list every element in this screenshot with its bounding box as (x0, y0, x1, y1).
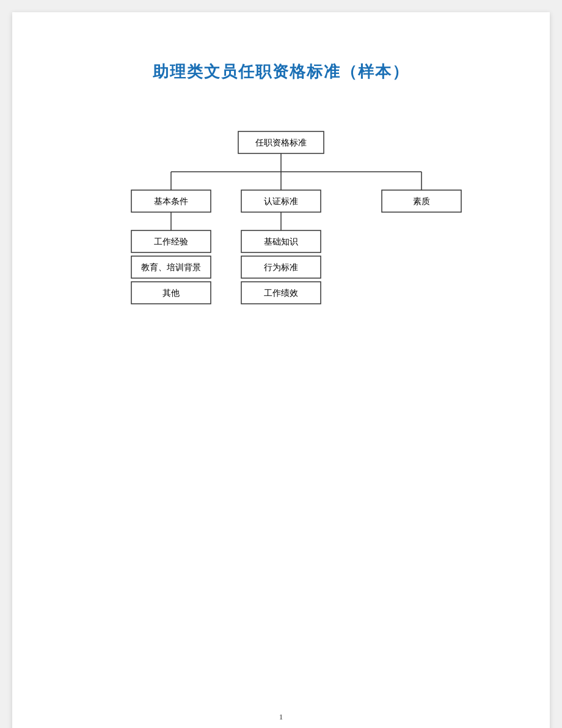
page-title: 助理类文员任职资格标准（样本） (61, 61, 501, 83)
sub-node-1-2: 教育、培训背景 (141, 262, 201, 272)
page-number: 1 (279, 712, 283, 722)
org-chart: 任职资格标准 基本条件 工作经验 教育、培训背景 其他 (61, 119, 501, 376)
sub-node-2-1: 基础知识 (264, 237, 298, 246)
branch-3-label: 素质 (413, 197, 430, 206)
root-node-label: 任职资格标准 (255, 138, 307, 147)
sub-node-1-3: 其他 (162, 289, 180, 298)
org-chart-svg: 任职资格标准 基本条件 工作经验 教育、培训背景 其他 (73, 119, 489, 376)
branch-1-label: 基本条件 (154, 197, 188, 206)
sub-node-2-2: 行为标准 (264, 263, 298, 272)
branch-2-label: 认证标准 (264, 197, 298, 206)
document-page: 助理类文员任职资格标准（样本） 任职资格标准 基本条件 工作经验 教育、培训背景 (12, 12, 550, 728)
sub-node-1-1: 工作经验 (154, 237, 188, 246)
sub-node-2-3: 工作绩效 (264, 289, 298, 298)
